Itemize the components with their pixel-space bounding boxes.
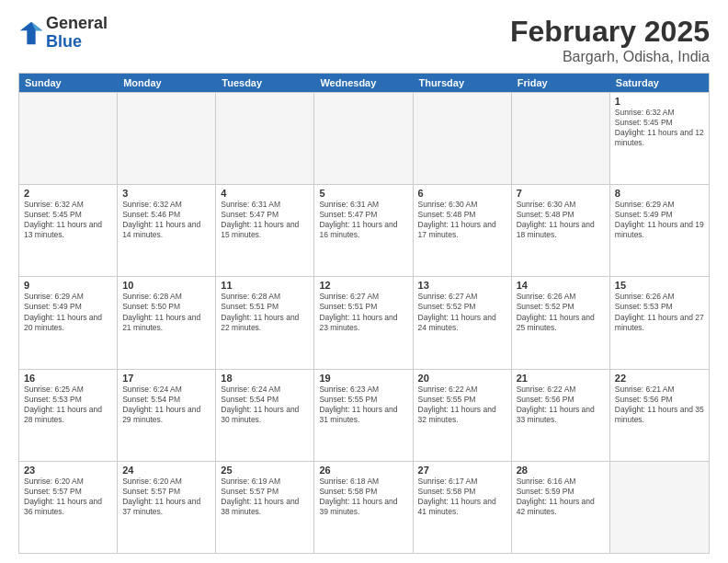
cal-cell-1-5: 7Sunrise: 6:30 AMSunset: 5:48 PMDaylight… — [512, 185, 610, 276]
day-info: Sunrise: 6:26 AMSunset: 5:52 PMDaylight:… — [517, 292, 605, 332]
calendar-subtitle: Bargarh, Odisha, India — [510, 49, 710, 65]
cal-cell-0-5 — [512, 93, 610, 184]
header-day-4: Thursday — [414, 74, 512, 92]
day-info: Sunrise: 6:30 AMSunset: 5:48 PMDaylight:… — [418, 200, 506, 240]
cal-cell-3-3: 19Sunrise: 6:23 AMSunset: 5:55 PMDayligh… — [314, 370, 413, 461]
day-number: 7 — [517, 188, 605, 199]
cal-cell-1-0: 2Sunrise: 6:32 AMSunset: 5:45 PMDaylight… — [19, 185, 118, 276]
page: General Blue February 2025 Bargarh, Odis… — [0, 0, 728, 563]
day-number: 15 — [615, 280, 704, 291]
day-info: Sunrise: 6:21 AMSunset: 5:56 PMDaylight:… — [615, 385, 704, 425]
cal-cell-3-0: 16Sunrise: 6:25 AMSunset: 5:53 PMDayligh… — [19, 370, 118, 461]
cal-cell-2-5: 14Sunrise: 6:26 AMSunset: 5:52 PMDayligh… — [512, 277, 610, 368]
day-number: 13 — [418, 280, 506, 291]
day-info: Sunrise: 6:31 AMSunset: 5:47 PMDaylight:… — [319, 200, 407, 240]
header-day-2: Tuesday — [216, 74, 314, 92]
day-number: 1 — [615, 96, 704, 107]
svg-marker-0 — [20, 22, 42, 44]
cal-cell-2-6: 15Sunrise: 6:26 AMSunset: 5:53 PMDayligh… — [610, 277, 709, 368]
cal-cell-0-0 — [19, 93, 118, 184]
cal-cell-0-6: 1Sunrise: 6:32 AMSunset: 5:45 PMDaylight… — [610, 93, 709, 184]
day-info: Sunrise: 6:20 AMSunset: 5:57 PMDaylight:… — [122, 477, 210, 517]
day-info: Sunrise: 6:32 AMSunset: 5:45 PMDaylight:… — [24, 200, 112, 240]
cal-cell-1-3: 5Sunrise: 6:31 AMSunset: 5:47 PMDaylight… — [314, 185, 413, 276]
cal-cell-0-3 — [314, 93, 413, 184]
day-number: 3 — [122, 188, 210, 199]
day-number: 19 — [319, 373, 407, 384]
day-number: 25 — [221, 465, 309, 476]
day-info: Sunrise: 6:23 AMSunset: 5:55 PMDaylight:… — [319, 385, 407, 425]
day-info: Sunrise: 6:18 AMSunset: 5:58 PMDaylight:… — [319, 477, 407, 517]
cal-cell-4-5: 28Sunrise: 6:16 AMSunset: 5:59 PMDayligh… — [512, 462, 610, 553]
day-info: Sunrise: 6:22 AMSunset: 5:55 PMDaylight:… — [418, 385, 506, 425]
day-info: Sunrise: 6:27 AMSunset: 5:52 PMDaylight:… — [418, 292, 506, 332]
day-number: 20 — [418, 373, 506, 384]
day-info: Sunrise: 6:31 AMSunset: 5:47 PMDaylight:… — [221, 200, 309, 240]
logo-blue: Blue — [46, 33, 108, 52]
day-info: Sunrise: 6:20 AMSunset: 5:57 PMDaylight:… — [24, 477, 112, 517]
cal-cell-4-2: 25Sunrise: 6:19 AMSunset: 5:57 PMDayligh… — [216, 462, 314, 553]
day-number: 18 — [221, 373, 309, 384]
day-info: Sunrise: 6:29 AMSunset: 5:49 PMDaylight:… — [24, 292, 112, 332]
day-number: 27 — [418, 465, 506, 476]
day-number: 16 — [24, 373, 112, 384]
day-number: 8 — [615, 188, 704, 199]
day-info: Sunrise: 6:30 AMSunset: 5:48 PMDaylight:… — [517, 200, 605, 240]
day-number: 6 — [418, 188, 506, 199]
day-number: 28 — [517, 465, 605, 476]
cal-cell-1-1: 3Sunrise: 6:32 AMSunset: 5:46 PMDaylight… — [118, 185, 216, 276]
cal-cell-2-0: 9Sunrise: 6:29 AMSunset: 5:49 PMDaylight… — [19, 277, 118, 368]
day-number: 2 — [24, 188, 112, 199]
calendar-title: February 2025 — [510, 15, 710, 49]
day-number: 4 — [221, 188, 309, 199]
cal-cell-0-4 — [414, 93, 512, 184]
cal-cell-2-4: 13Sunrise: 6:27 AMSunset: 5:52 PMDayligh… — [414, 277, 512, 368]
cal-cell-4-6 — [610, 462, 709, 553]
calendar: SundayMondayTuesdayWednesdayThursdayFrid… — [18, 73, 710, 554]
day-info: Sunrise: 6:24 AMSunset: 5:54 PMDaylight:… — [221, 385, 309, 425]
cal-cell-2-3: 12Sunrise: 6:27 AMSunset: 5:51 PMDayligh… — [314, 277, 413, 368]
week-row-1: 2Sunrise: 6:32 AMSunset: 5:45 PMDaylight… — [19, 184, 709, 276]
day-info: Sunrise: 6:25 AMSunset: 5:53 PMDaylight:… — [24, 385, 112, 425]
day-number: 5 — [319, 188, 407, 199]
cal-cell-0-1 — [118, 93, 216, 184]
day-info: Sunrise: 6:28 AMSunset: 5:51 PMDaylight:… — [221, 292, 309, 332]
header-day-0: Sunday — [19, 74, 118, 92]
day-number: 26 — [319, 465, 407, 476]
day-number: 17 — [122, 373, 210, 384]
header-day-1: Monday — [118, 74, 216, 92]
day-number: 23 — [24, 465, 112, 476]
cal-cell-1-4: 6Sunrise: 6:30 AMSunset: 5:48 PMDaylight… — [414, 185, 512, 276]
header-day-5: Friday — [512, 74, 610, 92]
day-number: 14 — [517, 280, 605, 291]
day-info: Sunrise: 6:32 AMSunset: 5:46 PMDaylight:… — [122, 200, 210, 240]
cal-cell-3-6: 22Sunrise: 6:21 AMSunset: 5:56 PMDayligh… — [610, 370, 709, 461]
day-number: 10 — [122, 280, 210, 291]
title-block: February 2025 Bargarh, Odisha, India — [510, 15, 710, 65]
cal-cell-1-2: 4Sunrise: 6:31 AMSunset: 5:47 PMDaylight… — [216, 185, 314, 276]
day-info: Sunrise: 6:32 AMSunset: 5:45 PMDaylight:… — [615, 108, 704, 148]
calendar-header: SundayMondayTuesdayWednesdayThursdayFrid… — [19, 74, 709, 92]
header-day-6: Saturday — [610, 74, 709, 92]
logo: General Blue — [18, 15, 108, 52]
day-info: Sunrise: 6:16 AMSunset: 5:59 PMDaylight:… — [517, 477, 605, 517]
week-row-0: 1Sunrise: 6:32 AMSunset: 5:45 PMDaylight… — [19, 92, 709, 184]
logo-text: General Blue — [46, 15, 108, 52]
cal-cell-4-0: 23Sunrise: 6:20 AMSunset: 5:57 PMDayligh… — [19, 462, 118, 553]
cal-cell-0-2 — [216, 93, 314, 184]
day-info: Sunrise: 6:26 AMSunset: 5:53 PMDaylight:… — [615, 292, 704, 332]
day-number: 11 — [221, 280, 309, 291]
header: General Blue February 2025 Bargarh, Odis… — [18, 15, 710, 65]
day-number: 12 — [319, 280, 407, 291]
cal-cell-4-3: 26Sunrise: 6:18 AMSunset: 5:58 PMDayligh… — [314, 462, 413, 553]
day-info: Sunrise: 6:29 AMSunset: 5:49 PMDaylight:… — [615, 200, 704, 240]
week-row-2: 9Sunrise: 6:29 AMSunset: 5:49 PMDaylight… — [19, 276, 709, 368]
day-number: 21 — [517, 373, 605, 384]
day-info: Sunrise: 6:22 AMSunset: 5:56 PMDaylight:… — [517, 385, 605, 425]
calendar-body: 1Sunrise: 6:32 AMSunset: 5:45 PMDaylight… — [19, 92, 709, 553]
day-info: Sunrise: 6:28 AMSunset: 5:50 PMDaylight:… — [122, 292, 210, 332]
day-info: Sunrise: 6:24 AMSunset: 5:54 PMDaylight:… — [122, 385, 210, 425]
day-number: 22 — [615, 373, 704, 384]
week-row-3: 16Sunrise: 6:25 AMSunset: 5:53 PMDayligh… — [19, 369, 709, 461]
cal-cell-2-2: 11Sunrise: 6:28 AMSunset: 5:51 PMDayligh… — [216, 277, 314, 368]
